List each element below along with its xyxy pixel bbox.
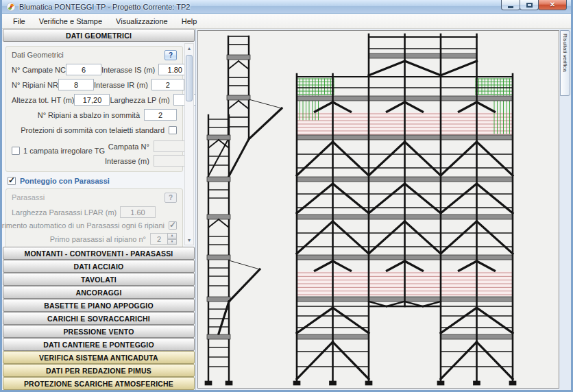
interasse-tg-label: Interasse (m) [105, 157, 154, 165]
parasassi-auto-checkbox[interactable] [169, 221, 177, 230]
groupbox-dati-geometrici: Dati Geometrici ? N° Campate NC Interass… [5, 46, 183, 172]
maximize-icon [526, 3, 533, 8]
help-button-disabled[interactable]: ? [164, 193, 177, 203]
section-header-tavolati[interactable]: TAVOLATI [3, 273, 195, 286]
ripiani-label: N° Ripiani NR [12, 81, 58, 89]
spinner-down-icon[interactable]: ▼ [167, 239, 177, 245]
menu-item-visualizzazione[interactable]: Visualizzazione [109, 15, 175, 27]
ponteggio-parasassi-label: Ponteggio con Parasassi [20, 177, 110, 185]
menu-item-help[interactable]: Help [175, 15, 204, 27]
section-header-verifica-sistema-anticaduta[interactable]: VERIFICA SISTEMA ANTICADUTA [3, 351, 195, 364]
section-header-dati-per-redazione-pimus[interactable]: DATI PER REDAZIONE PIMUS [3, 364, 195, 377]
scrollbar-down-icon[interactable]: ▼ [185, 236, 193, 245]
close-button[interactable]: ✕ [538, 0, 567, 10]
minimize-button[interactable] [501, 0, 520, 10]
ponteggio-parasassi-checkbox[interactable] [8, 177, 16, 185]
right-strip: Risultati verifica [559, 29, 571, 390]
section-header-dati-cantiere-e-ponteggio[interactable]: DATI CANTIERE E PONTEGGIO [3, 338, 195, 351]
groupbox-parasassi: Parasassi ? Larghezza Parasassi LPAR (m)… [5, 188, 183, 247]
section-header-dati-acciaio[interactable]: DATI ACCIAIO [3, 260, 195, 273]
menu-item-file[interactable]: File [6, 15, 32, 27]
interasse-ir-input[interactable] [151, 79, 184, 90]
interasse-ir-label: Interasse IR (m) [94, 81, 151, 89]
primo-parasassi-label: Primo parasassi al ripiano n° [50, 235, 150, 243]
scrollbar-up-icon[interactable]: ▲ [185, 44, 193, 53]
ripiani-input[interactable] [58, 79, 94, 90]
app-window: Blumatica PONTEGGI TP - Progetto Corrent… [0, 0, 573, 392]
tab-risultati-verifica[interactable]: Risultati verifica [560, 30, 570, 96]
left-panel: DATI GEOMETRICI Dati Geometrici ? N° Cam… [2, 29, 196, 390]
altezza-input[interactable] [74, 94, 110, 106]
interasse-is-label: Interasse IS (m) [101, 66, 158, 74]
campata-n-label: Campata N° [108, 143, 154, 151]
help-button[interactable]: ? [164, 50, 177, 60]
groupbox-title: Parasassi [12, 193, 45, 201]
section-header-dati-geometrici[interactable]: DATI GEOMETRICI [3, 29, 195, 42]
titlebar[interactable]: Blumatica PONTEGGI TP - Progetto Corrent… [2, 0, 571, 14]
protezioni-label: Protezioni di sommità con telaietti stan… [21, 126, 169, 134]
campate-input[interactable] [66, 64, 101, 75]
scaffold-drawing [198, 31, 559, 388]
scrollbar-thumb[interactable] [186, 55, 193, 101]
window-title: Blumatica PONTEGGI TP - Progetto Corrent… [19, 3, 190, 11]
drawing-canvas[interactable] [197, 30, 559, 389]
larghezza-label: Larghezza LP (m) [110, 96, 173, 104]
section-header-montanti-controventi-parasassi[interactable]: MONTANTI - CONTROVENTI - PARASASSI [3, 247, 195, 260]
campate-label: N° Campate NC [12, 66, 66, 74]
section-header-ancoraggi[interactable]: ANCORAGGI [3, 286, 195, 299]
parasassi-auto-label: Inserimento automatico di un Parasassi o… [2, 221, 169, 230]
primo-parasassi-spinner: ▲ ▼ [150, 233, 177, 245]
minimize-icon [508, 6, 513, 8]
maximize-button[interactable] [520, 0, 539, 10]
app-logo-icon [6, 2, 16, 12]
accordion-sections: MONTANTI - CONTROVENTI - PARASASSIDATI A… [2, 247, 195, 390]
section-header-basette-e-piano-appoggio[interactable]: BASETTE E PIANO APPOGGIO [3, 299, 195, 312]
close-icon: ✕ [550, 1, 555, 8]
protezioni-checkbox[interactable] [169, 126, 177, 134]
section-header-pressione-vento[interactable]: PRESSIONE VENTO [3, 325, 195, 338]
scrollbar-track[interactable] [185, 53, 193, 236]
menu-item-verifiche-e-stampe[interactable]: Verifiche e Stampe [32, 15, 109, 27]
sbalzo-label: N° Ripiani a sbalzo in sommità [38, 111, 144, 119]
campata-irregolare-checkbox[interactable] [12, 147, 20, 155]
panel-scroll-area: Dati Geometrici ? N° Campate NC Interass… [2, 42, 195, 247]
section-header-protezione-scariche-atmosferiche[interactable]: PROTEZIONE SCARICHE ATMOSFERICHE [3, 377, 195, 390]
menubar: FileVerifiche e StampeVisualizzazioneHel… [2, 14, 571, 29]
larghezza-parasassi-label: Larghezza Parasassi LPAR (m) [12, 208, 120, 217]
larghezza-parasassi-input[interactable] [120, 206, 156, 218]
primo-parasassi-input[interactable] [150, 233, 168, 245]
panel-scrollbar[interactable]: ▲ ▼ [184, 43, 194, 245]
tab-risultati-verifica-label: Risultati verifica [562, 31, 568, 95]
campata-irregolare-label: 1 campata irregolare TG [23, 147, 105, 155]
spinner-up-icon[interactable]: ▲ [167, 233, 177, 239]
sbalzo-input[interactable] [144, 109, 177, 121]
altezza-label: Altezza tot. HT (m) [12, 96, 74, 104]
section-header-carichi-e-sovraccarichi[interactable]: CARICHI E SOVRACCARICHI [3, 312, 195, 325]
groupbox-title: Dati Geometrici [12, 51, 64, 59]
